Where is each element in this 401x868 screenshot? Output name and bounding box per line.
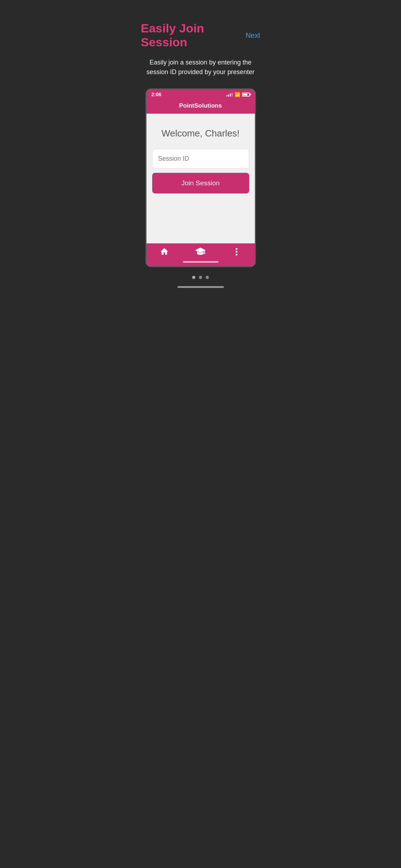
dot-1: [236, 248, 237, 250]
next-button[interactable]: Next: [246, 30, 260, 41]
page-container: Easily Join Session Next Easily join a s…: [134, 0, 267, 302]
home-indicator: [183, 261, 219, 263]
welcome-text: Welcome, Charles!: [161, 128, 240, 139]
dot-2: [236, 251, 237, 253]
nav-title: PointSolutions: [179, 102, 222, 109]
app-content: Welcome, Charles! Join Session: [146, 114, 255, 243]
status-bar: 2:06 📶: [146, 89, 255, 99]
pagination-dot-2: [199, 276, 202, 279]
phone-mockup: 2:06 📶 PointSolutions Welcome, Charles!: [145, 88, 256, 267]
signal-bar-3: [230, 93, 231, 97]
tab-more[interactable]: [219, 248, 255, 255]
bottom-home-bar: [178, 286, 224, 288]
pagination-dot-3: [206, 276, 209, 279]
signal-bars-icon: [226, 93, 233, 97]
battery-fill: [243, 94, 248, 95]
tab-bar: [146, 243, 255, 258]
page-title: Easily Join Session: [141, 21, 246, 49]
home-icon: [160, 247, 169, 256]
pagination-dot-1: [192, 276, 195, 279]
signal-bar-2: [228, 94, 229, 97]
pagination-dots: [192, 276, 209, 279]
session-id-input[interactable]: [152, 149, 249, 169]
subtitle-text: Easily join a session by entering the se…: [134, 58, 267, 77]
join-session-button[interactable]: Join Session: [152, 173, 249, 193]
svg-rect-0: [205, 250, 205, 253]
signal-bar-1: [226, 95, 227, 97]
battery-icon: [242, 93, 250, 97]
wifi-icon: 📶: [235, 92, 240, 97]
tab-home[interactable]: [146, 247, 182, 256]
tab-courses[interactable]: [182, 247, 219, 256]
svg-point-1: [204, 253, 206, 254]
home-indicator-bar: [146, 258, 255, 266]
header-row: Easily Join Session Next: [134, 21, 267, 49]
signal-bar-4: [232, 93, 233, 97]
more-dots-icon: [236, 248, 237, 255]
dot-3: [236, 254, 237, 255]
status-time: 2:06: [151, 92, 161, 97]
graduation-cap-icon: [195, 247, 206, 256]
status-icons: 📶: [226, 92, 250, 97]
nav-bar: PointSolutions: [146, 99, 255, 114]
